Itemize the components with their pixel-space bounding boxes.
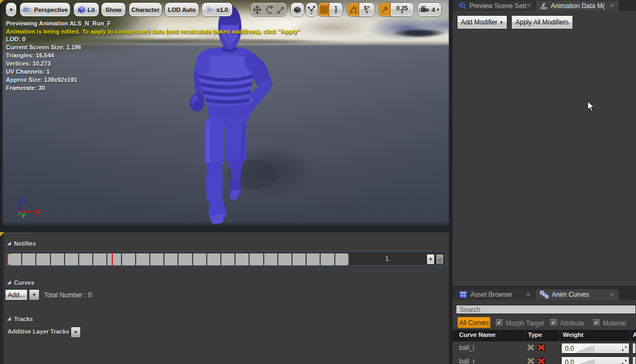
svg-text:Y: Y [21,212,26,220]
svg-text:X: X [35,208,40,216]
svg-text:Z: Z [21,195,26,203]
svg-text:i: i [461,3,462,7]
